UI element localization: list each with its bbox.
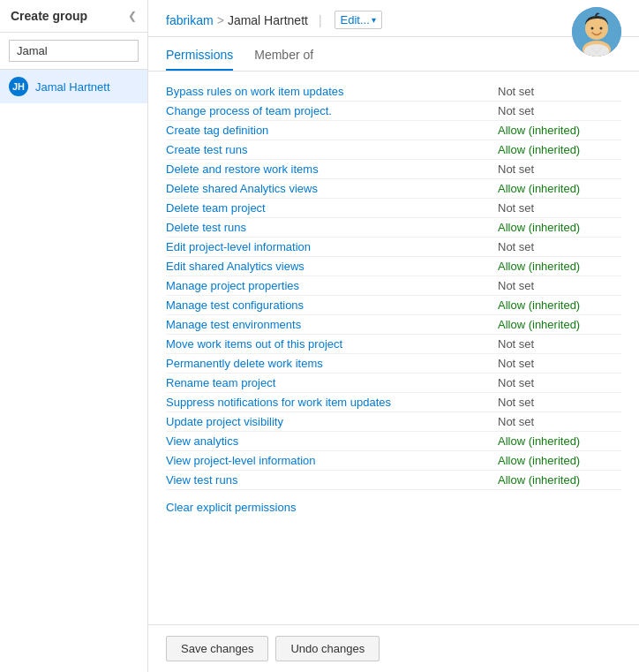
permission-row: Suppress notifications for work item upd… <box>166 393 621 412</box>
permission-value: Allow (inherited) <box>498 221 621 234</box>
search-input[interactable] <box>9 40 139 62</box>
svg-point-4 <box>600 27 603 30</box>
permission-row: Create test runsAllow (inherited) <box>166 140 621 160</box>
permission-row: View analyticsAllow (inherited) <box>166 432 621 451</box>
permission-name[interactable]: Edit shared Analytics views <box>166 260 498 273</box>
main-header: fabrikam > Jamal Hartnett | Edit... ▾ <box>148 0 639 37</box>
permission-row: Delete team projectNot set <box>166 199 621 218</box>
permission-name[interactable]: View project-level information <box>166 454 498 467</box>
permission-name[interactable]: Delete team project <box>166 201 498 215</box>
permission-name[interactable]: Bypass rules on work item updates <box>166 85 498 98</box>
main-content: fabrikam > Jamal Hartnett | Edit... ▾ <box>148 0 639 672</box>
breadcrumb-separator: > <box>217 13 224 27</box>
permission-value: Allow (inherited) <box>498 143 621 156</box>
clear-explicit-permissions-link[interactable]: Clear explicit permissions <box>166 490 621 521</box>
permission-value: Not set <box>498 104 621 117</box>
breadcrumb-current: Jamal Hartnett <box>228 13 308 27</box>
sidebar-header: Create group ❮ <box>0 0 147 33</box>
permission-value: Allow (inherited) <box>498 182 621 195</box>
footer: Save changes Undo changes <box>148 624 639 672</box>
permission-name[interactable]: Create tag definition <box>166 124 498 137</box>
permission-row: View test runsAllow (inherited) <box>166 471 621 490</box>
collapse-icon[interactable]: ❮ <box>128 10 137 22</box>
permission-name[interactable]: Permanently delete work items <box>166 357 498 370</box>
avatar-small: JH <box>9 77 28 96</box>
permission-value: Not set <box>498 357 621 370</box>
user-avatar-large <box>572 7 621 57</box>
edit-button[interactable]: Edit... ▾ <box>335 11 382 29</box>
sidebar-user-name: Jamal Hartnett <box>35 80 110 94</box>
permission-value: Not set <box>498 201 621 215</box>
permission-value: Not set <box>498 240 621 253</box>
permission-name[interactable]: View test runs <box>166 473 498 487</box>
permission-value: Not set <box>498 162 621 176</box>
tab-member-of[interactable]: Member of <box>254 41 313 71</box>
breadcrumb: fabrikam > Jamal Hartnett | Edit... ▾ <box>166 11 382 29</box>
permission-row: Edit shared Analytics viewsAllow (inheri… <box>166 257 621 276</box>
tabs-container: Permissions Member of <box>148 41 639 72</box>
permission-row: Rename team projectNot set <box>166 374 621 393</box>
permission-row: Move work items out of this projectNot s… <box>166 335 621 354</box>
undo-button[interactable]: Undo changes <box>275 636 380 661</box>
permission-name[interactable]: Move work items out of this project <box>166 337 498 351</box>
permissions-container: Bypass rules on work item updatesNot set… <box>148 72 639 624</box>
permission-value: Not set <box>498 85 621 98</box>
avatar-svg <box>572 7 621 57</box>
sidebar-title: Create group <box>11 9 87 23</box>
permission-name[interactable]: Delete and restore work items <box>166 162 498 176</box>
permission-row: Change process of team project.Not set <box>166 102 621 121</box>
permission-value: Allow (inherited) <box>498 124 621 137</box>
permission-row: Bypass rules on work item updatesNot set <box>166 82 621 102</box>
tab-permissions[interactable]: Permissions <box>166 41 233 71</box>
breadcrumb-pipe: | <box>319 13 322 27</box>
permission-name[interactable]: Manage test environments <box>166 318 498 331</box>
permission-value: Not set <box>498 415 621 428</box>
permission-name[interactable]: Create test runs <box>166 143 498 156</box>
permission-row: Delete shared Analytics viewsAllow (inhe… <box>166 179 621 199</box>
permission-value: Not set <box>498 396 621 409</box>
permission-row: Delete and restore work itemsNot set <box>166 160 621 179</box>
permission-name[interactable]: Suppress notifications for work item upd… <box>166 396 498 409</box>
svg-point-3 <box>591 27 594 30</box>
permission-row: View project-level informationAllow (inh… <box>166 451 621 471</box>
chevron-down-icon: ▾ <box>372 15 376 25</box>
permission-value: Not set <box>498 376 621 389</box>
permission-value: Allow (inherited) <box>498 318 621 331</box>
permission-row: Delete test runsAllow (inherited) <box>166 218 621 238</box>
permission-value: Allow (inherited) <box>498 260 621 273</box>
edit-label: Edit... <box>341 13 370 26</box>
sidebar-search-container <box>0 33 147 70</box>
permission-row: Manage test configurationsAllow (inherit… <box>166 296 621 315</box>
permission-name[interactable]: Manage project properties <box>166 279 498 292</box>
breadcrumb-link[interactable]: fabrikam <box>166 13 214 27</box>
permission-value: Allow (inherited) <box>498 298 621 312</box>
permission-row: Permanently delete work itemsNot set <box>166 354 621 374</box>
permission-value: Allow (inherited) <box>498 454 621 467</box>
sidebar: Create group ❮ JH Jamal Hartnett <box>0 0 148 672</box>
permission-row: Edit project-level informationNot set <box>166 238 621 257</box>
permission-row: Update project visibilityNot set <box>166 412 621 432</box>
sidebar-user-item[interactable]: JH Jamal Hartnett <box>0 70 147 103</box>
permission-row: Create tag definitionAllow (inherited) <box>166 121 621 140</box>
permission-name[interactable]: Update project visibility <box>166 415 498 428</box>
permission-name[interactable]: Edit project-level information <box>166 240 498 253</box>
permissions-list: Bypass rules on work item updatesNot set… <box>166 82 621 490</box>
permission-value: Allow (inherited) <box>498 434 621 448</box>
permission-value: Allow (inherited) <box>498 473 621 487</box>
permission-row: Manage test environmentsAllow (inherited… <box>166 315 621 335</box>
permission-name[interactable]: Manage test configurations <box>166 298 498 312</box>
save-button[interactable]: Save changes <box>166 636 268 661</box>
permission-name[interactable]: Rename team project <box>166 376 498 389</box>
permission-value: Not set <box>498 279 621 292</box>
permission-row: Manage project propertiesNot set <box>166 276 621 296</box>
permission-name[interactable]: View analytics <box>166 434 498 448</box>
permission-value: Not set <box>498 337 621 351</box>
permission-name[interactable]: Delete test runs <box>166 221 498 234</box>
permission-name[interactable]: Delete shared Analytics views <box>166 182 498 195</box>
permission-name[interactable]: Change process of team project. <box>166 104 498 117</box>
